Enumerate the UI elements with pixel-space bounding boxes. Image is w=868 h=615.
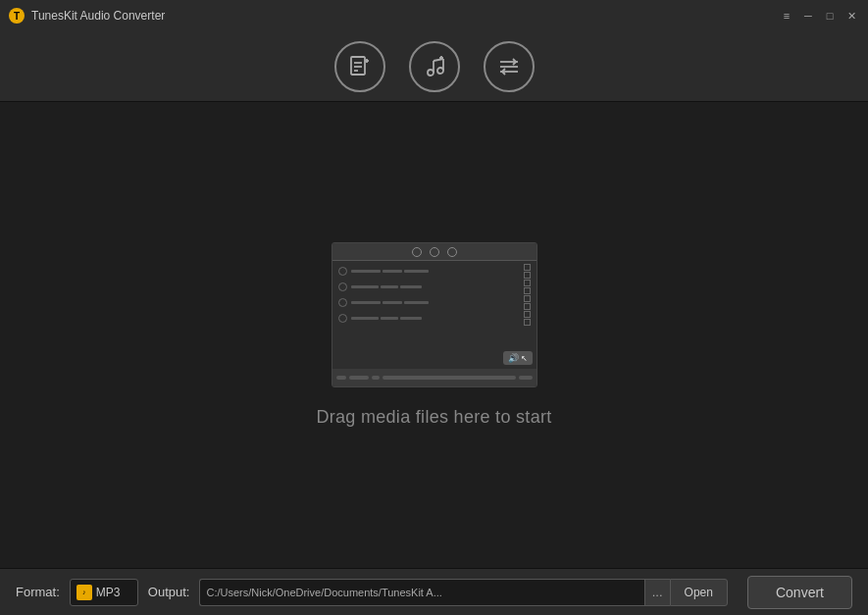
checkbox — [524, 280, 531, 286]
title-bar-controls: ≡ ─ □ ✕ — [778, 7, 860, 25]
bar — [383, 270, 402, 273]
checkbox — [524, 287, 531, 294]
progress-seg — [519, 376, 533, 380]
format-label: Format: — [16, 585, 60, 599]
preview-top-bar — [332, 243, 536, 261]
preview-dot-2 — [430, 247, 439, 257]
row-checks — [524, 264, 531, 279]
open-folder-button[interactable]: Open — [670, 579, 728, 606]
svg-rect-2 — [351, 57, 365, 75]
checkbox — [524, 311, 531, 318]
row-bars — [351, 317, 520, 320]
row-circle — [338, 282, 347, 291]
preview-dot-1 — [412, 247, 422, 257]
format-value: MP3 — [96, 586, 131, 599]
table-row — [338, 281, 531, 293]
output-path-display: C:/Users/Nick/OneDrive/Documents/TunesKi… — [199, 579, 643, 606]
checkbox — [524, 272, 531, 279]
bar — [404, 301, 429, 304]
checkbox — [524, 264, 531, 271]
menu-button[interactable]: ≡ — [778, 7, 795, 25]
convert-options-button[interactable] — [484, 41, 535, 92]
row-circle — [338, 298, 347, 307]
svg-text:T: T — [14, 11, 20, 22]
main-content: 🔊 ↖ Drag media files here to start — [0, 102, 868, 568]
progress-seg — [383, 376, 516, 380]
checkbox — [524, 319, 531, 326]
preview-rows — [332, 261, 536, 329]
progress-seg — [372, 376, 380, 380]
cursor-icon: ↖ — [521, 354, 528, 363]
row-bars — [351, 270, 520, 273]
app-title: TunesKit Audio Converter — [31, 9, 165, 23]
bar — [383, 301, 402, 304]
row-checks — [524, 295, 531, 310]
table-row — [338, 265, 531, 278]
output-path-container: C:/Users/Nick/OneDrive/Documents/TunesKi… — [199, 579, 728, 606]
row-bars — [351, 301, 520, 304]
maximize-button[interactable]: □ — [821, 7, 839, 25]
toolbar — [0, 31, 868, 102]
output-label: Output: — [148, 585, 190, 599]
bottom-bar: Format: ♪ MP3 Output: C:/Users/Nick/OneD… — [0, 568, 868, 615]
row-circle — [338, 267, 347, 276]
app-logo-icon: T — [8, 7, 26, 25]
bar — [381, 285, 398, 288]
browse-button[interactable]: ... — [644, 579, 670, 606]
output-path-text: C:/Users/Nick/OneDrive/Documents/TunesKi… — [206, 587, 441, 598]
table-row — [338, 296, 531, 309]
row-checks — [524, 311, 531, 326]
title-bar-left: T TunesKit Audio Converter — [8, 7, 165, 25]
bar — [351, 301, 381, 304]
title-bar: T TunesKit Audio Converter ≡ ─ □ ✕ — [0, 0, 868, 31]
add-music-button[interactable] — [409, 41, 460, 92]
progress-seg — [349, 376, 369, 380]
table-row — [338, 312, 531, 325]
bar — [400, 285, 422, 288]
bar — [381, 317, 398, 320]
bar — [351, 270, 381, 273]
row-checks — [524, 280, 531, 294]
drag-drop-label: Drag media files here to start — [316, 407, 551, 428]
add-files-button[interactable] — [334, 41, 385, 92]
close-button[interactable]: ✕ — [842, 7, 860, 25]
format-icon: ♪ — [77, 585, 92, 600]
row-circle — [338, 314, 347, 323]
bar — [404, 270, 429, 273]
preview-container: 🔊 ↖ — [332, 242, 537, 387]
volume-icon: 🔊 — [508, 353, 519, 363]
preview-dot-3 — [447, 247, 457, 257]
row-bars — [351, 285, 520, 288]
preview-tooltip: 🔊 ↖ — [503, 351, 533, 365]
bar — [400, 317, 422, 320]
bar — [351, 317, 379, 320]
preview-bottom-bar — [332, 369, 536, 386]
bar — [351, 285, 379, 288]
progress-seg — [336, 376, 346, 380]
format-selector[interactable]: ♪ MP3 — [70, 579, 138, 606]
checkbox — [524, 303, 531, 310]
convert-button[interactable]: Convert — [747, 576, 852, 609]
minimize-button[interactable]: ─ — [799, 7, 817, 25]
checkbox — [524, 295, 531, 302]
